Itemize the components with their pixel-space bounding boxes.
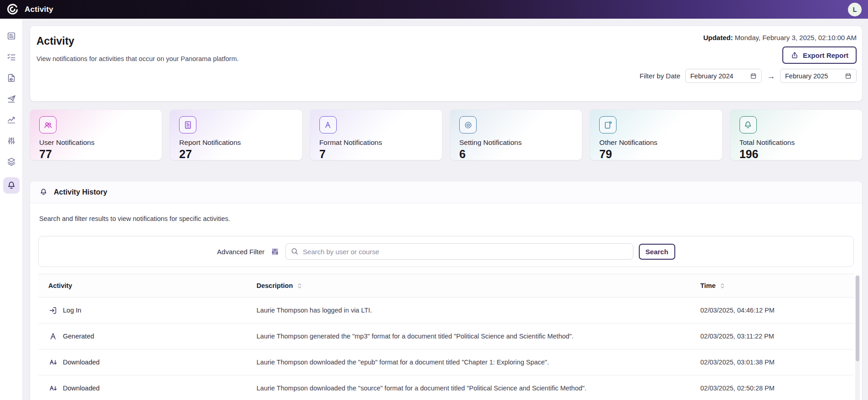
search-button[interactable]: Search [639, 244, 675, 260]
search-icon [290, 247, 299, 256]
sidebar-item-notifications[interactable] [3, 177, 20, 194]
search-input[interactable] [285, 243, 633, 260]
main-content: Activity View notifications for activiti… [23, 19, 868, 400]
stat-value: 79 [599, 148, 713, 161]
sidebar-item-send[interactable] [6, 93, 17, 104]
page-header-card: Activity View notifications for activiti… [30, 26, 863, 102]
stat-card-other-notifications: Other Notifications 79 [590, 109, 722, 160]
activity-label: Log In [63, 307, 81, 314]
sliders-icon [6, 136, 16, 146]
app-title: Activity [25, 5, 53, 14]
filter-by-date-label: Filter by Date [640, 72, 680, 80]
sidebar-item-news[interactable] [6, 31, 17, 41]
sidebar [0, 19, 23, 400]
user-avatar[interactable]: L [848, 3, 862, 16]
checklist-icon [6, 52, 16, 62]
search-hint-text: Search and filter results to view notifi… [39, 215, 854, 222]
stat-label: User Notifications [39, 138, 153, 147]
stat-value: 77 [39, 148, 153, 161]
topbar: Activity L [0, 0, 868, 19]
device-icon [599, 116, 616, 133]
activity-label: Downloaded [63, 385, 100, 392]
calendar-icon [845, 72, 852, 79]
activity-time: 02/03/2025, 02:50:28 PM [700, 385, 854, 392]
stat-label: Other Notifications [599, 138, 713, 147]
panorama-logo-icon [6, 3, 19, 15]
login-icon [48, 306, 58, 315]
export-report-button[interactable]: Export Report [782, 46, 857, 64]
bell-icon [6, 180, 16, 190]
generate-icon [48, 332, 58, 341]
stat-label: Report Notifications [179, 138, 293, 147]
stat-card-format-notifications: Format Notifications 7 [310, 109, 442, 160]
calendar-icon [750, 72, 757, 79]
activity-time: 02/03/2025, 04:46:12 PM [700, 307, 854, 314]
filter-toolbar: Advanced Filter Search [38, 236, 854, 267]
download-icon [48, 358, 58, 367]
table-row: Log In Laurie Thompson has logged in via… [38, 297, 854, 323]
stat-card-total-notifications: Total Notifications 196 [730, 109, 863, 160]
stats-row: User Notifications 77 Report Notificatio… [30, 109, 863, 160]
layers-icon [6, 157, 16, 167]
bell-icon [740, 116, 757, 133]
sidebar-item-analytics[interactable] [6, 114, 17, 125]
advanced-filter-button[interactable] [270, 247, 280, 256]
bell-icon [39, 188, 48, 196]
table-scrollbar-thumb[interactable] [856, 276, 859, 361]
table-row: Generated Laurie Thompson generated the … [38, 323, 854, 349]
stat-label: Setting Notifications [459, 138, 573, 147]
activity-time: 02/03/2025, 03:01:38 PM [700, 359, 854, 366]
stat-value: 196 [740, 148, 853, 161]
sidebar-item-audio-document[interactable] [6, 72, 17, 83]
activity-description: Laurie Thompson has logged in via LTI. [257, 307, 700, 314]
column-header-activity: Activity [38, 282, 257, 289]
activity-description: Laurie Thompson generated the "mp3" form… [257, 333, 700, 340]
upload-icon [791, 51, 799, 59]
report-icon [179, 116, 196, 133]
activity-history-body: Search and filter results to view notifi… [30, 203, 862, 400]
activity-label: Downloaded [63, 359, 100, 366]
sort-time-button[interactable] [719, 283, 725, 289]
stat-value: 27 [179, 148, 293, 161]
activity-description: Laurie Thompson downloaded the "source" … [257, 385, 700, 392]
sliders-icon [270, 247, 280, 256]
activity-history-header: Activity History [30, 181, 862, 203]
sidebar-item-filters[interactable] [6, 135, 17, 146]
column-header-time: Time [700, 282, 854, 289]
updated-label: Updated: [703, 34, 733, 41]
line-chart-icon [6, 115, 16, 125]
activity-history-card: Activity History Search and filter resul… [30, 181, 863, 400]
date-to-field[interactable]: February 2025 [780, 69, 857, 83]
users-icon [39, 116, 56, 133]
activity-description: Laurie Thompson downloaded the "epub" fo… [257, 359, 700, 366]
stat-label: Format Notifications [319, 138, 433, 147]
updated-timestamp: Updated: Monday, February 3, 2025, 02:10… [703, 34, 857, 41]
stat-label: Total Notifications [740, 138, 853, 147]
date-from-field[interactable]: February 2024 [685, 69, 762, 83]
stat-value: 6 [459, 148, 573, 161]
activity-history-title: Activity History [54, 188, 107, 196]
format-icon [319, 116, 337, 133]
date-filter-row: Filter by Date February 2024 → February … [640, 69, 857, 83]
advanced-filter-label: Advanced Filter [217, 248, 264, 256]
download-icon [48, 384, 58, 393]
audio-document-icon [6, 73, 16, 83]
sidebar-item-checklist[interactable] [6, 51, 17, 62]
news-icon [6, 31, 16, 41]
table-scrollbar[interactable] [855, 275, 860, 400]
page: Activity L Activity [0, 0, 868, 400]
table-row: Downloaded Laurie Thompson downloaded th… [38, 349, 854, 375]
table-header-row: Activity Description Time [38, 274, 854, 297]
sort-description-button[interactable] [297, 283, 303, 289]
table-row: Downloaded Laurie Thompson downloaded th… [38, 375, 854, 400]
activity-time: 02/03/2025, 03:11:22 PM [700, 333, 854, 340]
stat-card-user-notifications: User Notifications 77 [30, 109, 162, 160]
send-icon [6, 94, 16, 104]
column-header-description: Description [257, 282, 700, 289]
activity-label: Generated [63, 333, 94, 340]
stat-card-report-notifications: Report Notifications 27 [169, 109, 302, 160]
sidebar-item-layers[interactable] [6, 156, 17, 167]
range-arrow-icon: → [767, 72, 775, 80]
stat-card-setting-notifications: Setting Notifications 6 [450, 109, 582, 160]
stat-value: 7 [319, 148, 433, 161]
